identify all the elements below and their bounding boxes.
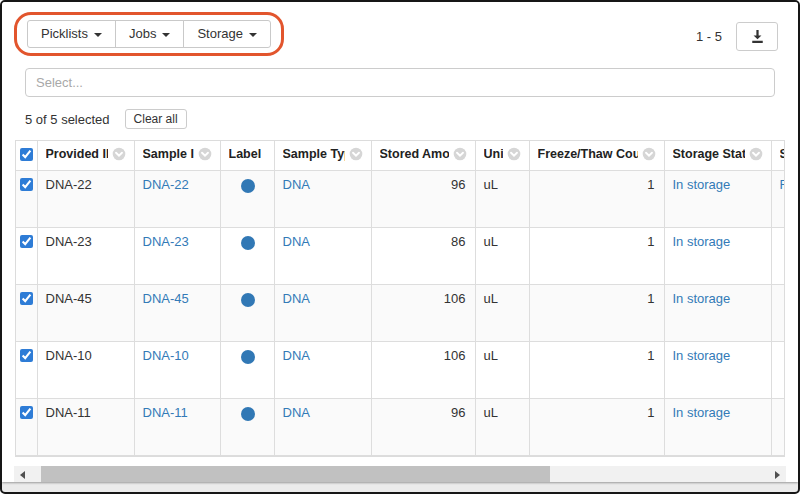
column-header-storage_status[interactable]: Storage Status (664, 141, 771, 171)
cell-storage_location (771, 342, 785, 399)
column-menu-chevron-icon[interactable] (453, 147, 467, 161)
sample_id-link[interactable]: DNA-11 (143, 405, 188, 420)
sample_type-link[interactable]: DNA (283, 177, 310, 192)
column-menu-chevron-icon[interactable] (749, 147, 763, 161)
selection-status-text: 5 of 5 selected (25, 112, 110, 127)
cell-provided_id: DNA-23 (37, 228, 134, 285)
scroll-left-button[interactable] (14, 466, 31, 482)
row-select-checkbox[interactable] (20, 292, 33, 305)
cell-stored_amount: 106 (371, 342, 475, 399)
cell-freeze_thaw_count: 1 (529, 285, 664, 342)
cell-storage_status: In storage (664, 285, 771, 342)
clear-all-button[interactable]: Clear all (125, 109, 187, 129)
column-menu-chevron-icon[interactable] (507, 147, 521, 161)
row-select-checkbox[interactable] (20, 178, 33, 191)
row-select-checkbox[interactable] (20, 349, 33, 362)
filter-select-input[interactable] (25, 68, 775, 97)
scrollbar-thumb[interactable] (41, 466, 550, 482)
sample_type-link[interactable]: DNA (283, 234, 310, 249)
samples-table: Provided IDSample IDLabelSample TypeStor… (16, 141, 785, 456)
cell-storage_location (771, 285, 785, 342)
cell-storage_status: In storage (664, 171, 771, 228)
select-all-checkbox[interactable] (20, 148, 33, 161)
table-row: DNA-22DNA-22DNA96uL1In storageFreezer (16, 171, 785, 228)
row-select-checkbox[interactable] (20, 406, 33, 419)
cell-sample_type: DNA (274, 285, 371, 342)
sample-label-dot (241, 236, 255, 250)
cell-units: uL (475, 171, 529, 228)
column-menu-chevron-icon[interactable] (349, 147, 363, 161)
table-row: DNA-10DNA-10DNA106uL1In storage (16, 342, 785, 399)
storage_status-link[interactable]: In storage (673, 291, 731, 306)
jobs-dropdown-button[interactable]: Jobs (115, 20, 184, 48)
row-select-cell (16, 171, 37, 228)
cell-provided_id: DNA-11 (37, 399, 134, 456)
cell-units: uL (475, 228, 529, 285)
column-header-label: Units (484, 147, 503, 161)
column-header-label: Freeze/Thaw Count (538, 147, 638, 161)
storage_status-link[interactable]: In storage (673, 234, 731, 249)
cell-storage_location: Freezer (771, 171, 785, 228)
column-header-label: Provided ID (46, 147, 108, 161)
cell-sample_id: DNA-45 (134, 285, 220, 342)
storage_status-link[interactable]: In storage (673, 348, 731, 363)
storage-dropdown-button[interactable]: Storage (183, 20, 271, 48)
sample_type-link[interactable]: DNA (283, 291, 310, 306)
cell-freeze_thaw_count: 1 (529, 228, 664, 285)
picklists-button-label: Picklists (41, 26, 88, 41)
scrollbar-track[interactable] (31, 466, 769, 482)
column-header-storage_location[interactable]: Storage Location (771, 141, 785, 171)
column-menu-chevron-icon[interactable] (198, 147, 212, 161)
cell-provided_id: DNA-45 (37, 285, 134, 342)
storage_status-link[interactable]: In storage (673, 177, 731, 192)
picklists-dropdown-button[interactable]: Picklists (27, 20, 116, 48)
cell-provided_id: DNA-22 (37, 171, 134, 228)
storage_status-link[interactable]: In storage (673, 405, 731, 420)
column-header-provided_id[interactable]: Provided ID (37, 141, 134, 171)
cell-label (220, 399, 274, 456)
horizontal-scrollbar[interactable] (14, 466, 786, 482)
cell-freeze_thaw_count: 1 (529, 342, 664, 399)
export-button[interactable] (736, 22, 778, 51)
column-header-units[interactable]: Units (475, 141, 529, 171)
cell-sample_type: DNA (274, 399, 371, 456)
column-header-stored_amount[interactable]: Stored Amount (371, 141, 475, 171)
table-row: DNA-45DNA-45DNA106uL1In storage (16, 285, 785, 342)
scroll-right-button[interactable] (769, 466, 786, 482)
arrow-left-icon (20, 471, 25, 479)
caret-down-icon (94, 33, 102, 37)
cell-units: uL (475, 285, 529, 342)
jobs-button-label: Jobs (129, 26, 156, 41)
sample_type-link[interactable]: DNA (283, 405, 310, 420)
column-header-sample_id[interactable]: Sample ID (134, 141, 220, 171)
filter-row (2, 56, 798, 97)
column-header-label[interactable]: Label (220, 141, 274, 171)
cell-storage_status: In storage (664, 228, 771, 285)
sample_type-link[interactable]: DNA (283, 348, 310, 363)
grid-action-button-group: Picklists Jobs Storage (27, 20, 271, 48)
cell-stored_amount: 86 (371, 228, 475, 285)
cell-storage_location (771, 399, 785, 456)
column-header-sample_type[interactable]: Sample Type (274, 141, 371, 171)
cell-provided_id: DNA-10 (37, 342, 134, 399)
caret-down-icon (162, 33, 170, 37)
column-menu-chevron-icon[interactable] (112, 147, 126, 161)
cell-freeze_thaw_count: 1 (529, 171, 664, 228)
sample_id-link[interactable]: DNA-10 (143, 348, 189, 363)
row-select-cell (16, 342, 37, 399)
column-menu-chevron-icon[interactable] (642, 147, 656, 161)
storage_location-link[interactable]: Freezer (780, 177, 786, 192)
sample_id-link[interactable]: DNA-23 (143, 234, 189, 249)
column-header-label: Storage Status (673, 147, 745, 161)
row-select-cell (16, 399, 37, 456)
column-header-label: Label (229, 147, 262, 161)
column-header-label: Stored Amount (380, 147, 449, 161)
row-select-checkbox[interactable] (20, 235, 33, 248)
sample_id-link[interactable]: DNA-45 (143, 291, 189, 306)
cell-label (220, 228, 274, 285)
column-header-freeze_thaw_count[interactable]: Freeze/Thaw Count (529, 141, 664, 171)
sample_id-link[interactable]: DNA-22 (143, 177, 189, 192)
cell-freeze_thaw_count: 1 (529, 399, 664, 456)
arrow-right-icon (775, 471, 780, 479)
cell-storage_status: In storage (664, 342, 771, 399)
